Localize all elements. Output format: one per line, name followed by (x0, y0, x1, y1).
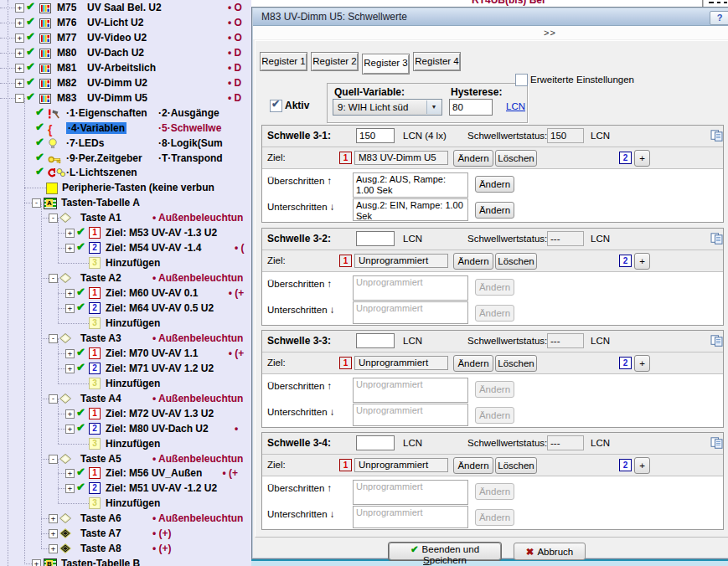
hinzufuegen-link[interactable]: Hinzufügen (106, 497, 160, 509)
hinzufuegen-link[interactable]: Hinzufügen (106, 438, 160, 450)
expand-toggle-icon[interactable]: + (65, 244, 75, 253)
hysterese-lcn-link[interactable]: LCN (506, 101, 525, 111)
expand-toggle-icon[interactable]: + (65, 229, 75, 238)
expand-toggle-icon[interactable]: + (65, 409, 75, 419)
tree-row[interactable]: 3Hinzufügen (0, 316, 251, 331)
tree-row[interactable]: +Taste A8• (+) (0, 541, 251, 556)
expand-toggle-icon[interactable]: + (65, 484, 75, 493)
add-target-button[interactable]: + (634, 150, 650, 167)
expand-toggle-icon[interactable]: - (15, 94, 24, 103)
expand-toggle-icon[interactable]: + (65, 304, 75, 313)
save-button[interactable]: ✔Beenden und Speichern (389, 543, 501, 560)
expand-toggle-icon[interactable]: - (49, 334, 58, 343)
ziel-delete-button[interactable]: Löschen (495, 253, 537, 270)
copy-icon[interactable] (710, 335, 724, 350)
threshold-input[interactable] (356, 435, 395, 450)
expand-toggle-icon[interactable]: + (65, 349, 75, 358)
hysterese-input[interactable] (449, 99, 493, 116)
feature-link[interactable]: ·4·Variablen (66, 122, 126, 134)
hinzufuegen-link[interactable]: Hinzufügen (106, 317, 160, 329)
tree-row[interactable]: +✔1Ziel: M56 UV_Außen• (+ (0, 466, 251, 481)
threshold-input[interactable] (356, 128, 395, 143)
dialog-titlebar[interactable]: M83 UV-Dimm U5: Schwellwerte ? (253, 8, 728, 26)
tab-register-2[interactable]: Register 2 (311, 52, 359, 71)
tree-row[interactable]: -Taste A2• Außenbeleuchtun (0, 270, 251, 286)
copy-icon[interactable] (710, 130, 724, 145)
tree-row[interactable]: +✔M82UV-Dimm U2• D (0, 75, 251, 90)
ziel-change-button[interactable]: Ändern (453, 150, 493, 167)
expander-chevrons-icon[interactable]: >> (544, 28, 556, 38)
aktiv-checkbox[interactable]: ✔ (270, 100, 282, 112)
ziel-change-button[interactable]: Ändern (453, 355, 493, 372)
feature-link[interactable]: ·1·Eigenschaften (66, 107, 147, 119)
tree-row[interactable]: +✔2Ziel: M54 UV-AV -1.4• ( (0, 240, 251, 255)
tree-row[interactable]: ✔·9·Per.Zeitgeber·T·Transpond (0, 151, 251, 166)
tree-row[interactable]: +✔1Ziel: M72 UV-AV 1.3 U2 (0, 406, 251, 421)
tree-row[interactable]: -Taste A5• Außenbeleuchtun (0, 451, 251, 466)
expand-toggle-icon[interactable]: - (32, 198, 41, 208)
expand-toggle-icon[interactable]: - (49, 214, 58, 223)
expand-toggle-icon[interactable]: + (65, 289, 75, 298)
threshold-input[interactable] (356, 333, 395, 348)
add-target-button[interactable]: + (634, 355, 650, 372)
tree-row[interactable]: -✔M83UV-Dimm U5• D (0, 90, 251, 105)
tree-row[interactable]: +✔1Ziel: M60 UV-AV 0.1• (+ (0, 286, 251, 301)
add-target-button[interactable]: + (634, 457, 650, 474)
tree-row[interactable]: Peripherie-Tasten (keine verbun (0, 180, 251, 195)
tree-row[interactable]: +Taste A6• Außenbeleuchtun (0, 511, 251, 526)
ziel-delete-button[interactable]: Löschen (495, 355, 537, 372)
tree-row[interactable]: ✔·1·Eigenschaften·2·Ausgänge (0, 105, 251, 121)
tab-register-1[interactable]: Register 1 (260, 52, 307, 71)
feature-link[interactable]: ·T·Transpond (158, 152, 223, 164)
tree-row[interactable]: +✔M81UV-Arbeitslich• D (0, 60, 251, 75)
expand-toggle-icon[interactable]: + (15, 18, 24, 28)
expand-toggle-icon[interactable]: + (15, 33, 24, 43)
expand-toggle-icon[interactable]: + (49, 544, 58, 553)
overshoot-change-button[interactable]: Ändern (475, 483, 514, 500)
tree-row[interactable]: +✔1Ziel: M70 UV-AV 1.1• (+ (0, 346, 251, 361)
tree-row[interactable]: ✔·7·LEDs·8·Logik(Sum (0, 136, 251, 151)
tree-row[interactable]: +✔M75UV Saal Bel. U2• O (0, 0, 251, 15)
overshoot-change-button[interactable]: Ändern (475, 381, 514, 398)
tree-row[interactable]: -ATasten-Tabelle A (0, 195, 251, 210)
undershoot-change-button[interactable]: Ändern (475, 202, 514, 219)
tree-row[interactable]: +BTasten-Tabelle B (0, 556, 251, 566)
tree-row[interactable]: +✔M80UV-Dach U2• D (0, 45, 251, 60)
expand-toggle-icon[interactable]: + (49, 514, 58, 523)
expand-toggle-icon[interactable]: - (49, 455, 58, 464)
feature-link[interactable]: ·L·Lichtszenen (66, 167, 137, 178)
tree-row[interactable]: ✔·L·Lichtszenen (0, 165, 251, 180)
hinzufuegen-link[interactable]: Hinzufügen (106, 378, 160, 389)
feature-link[interactable]: ·8·Logik(Sum (158, 137, 223, 149)
tree-row[interactable]: +✔M77UV-Video U2• O (0, 30, 251, 45)
expand-toggle-icon[interactable]: + (15, 49, 24, 58)
tree-row[interactable]: +✔2Ziel: M64 UV-AV 0.5 U2 (0, 301, 251, 316)
tree-row[interactable]: ✔{·4·Variablen·5·Schwellwe (0, 121, 251, 136)
expand-toggle-icon[interactable]: + (15, 64, 24, 73)
tree-row[interactable]: 3Hinzufügen (0, 496, 251, 511)
tree-row[interactable]: 3Hinzufügen (0, 255, 251, 270)
feature-link[interactable]: ·2·Ausgänge (158, 107, 219, 119)
tree-row[interactable]: 3Hinzufügen (0, 376, 251, 391)
tree-row[interactable]: +✔2Ziel: M80 UV-Dach U2• (0, 421, 251, 436)
tree-row[interactable]: +✔M76UV-Licht U2• O (0, 15, 251, 30)
erweiterte-checkbox[interactable] (515, 74, 528, 86)
tree-row[interactable]: +Taste A7• (+) (0, 526, 251, 541)
overshoot-change-button[interactable]: Ändern (475, 279, 514, 296)
tree-row[interactable]: -Taste A3• Außenbeleuchtun (0, 331, 251, 346)
ziel-delete-button[interactable]: Löschen (495, 457, 537, 474)
expand-toggle-icon[interactable]: + (65, 424, 75, 434)
tab-register-3[interactable]: Register 3 (362, 54, 410, 75)
expand-toggle-icon[interactable]: + (15, 3, 24, 13)
undershoot-change-button[interactable]: Ändern (475, 305, 514, 322)
tree-row[interactable]: +✔1Ziel: M53 UV-AV -1.3 U2 (0, 225, 251, 240)
expand-toggle-icon[interactable]: + (65, 469, 75, 478)
tree-row[interactable]: +✔2Ziel: M51 UV-AV -1.2 U2 (0, 481, 251, 496)
tree-row[interactable]: 3Hinzufügen (0, 436, 251, 451)
threshold-input[interactable] (356, 231, 395, 246)
feature-link[interactable]: ·5·Schwellwe (158, 122, 221, 134)
cancel-button[interactable]: ✖Abbruch (514, 543, 586, 560)
expand-toggle-icon[interactable]: + (15, 79, 24, 88)
quell-variable-select[interactable]: 9: WIH Licht süd ▼ (333, 99, 442, 116)
feature-link[interactable]: ·9·Per.Zeitgeber (66, 152, 142, 164)
